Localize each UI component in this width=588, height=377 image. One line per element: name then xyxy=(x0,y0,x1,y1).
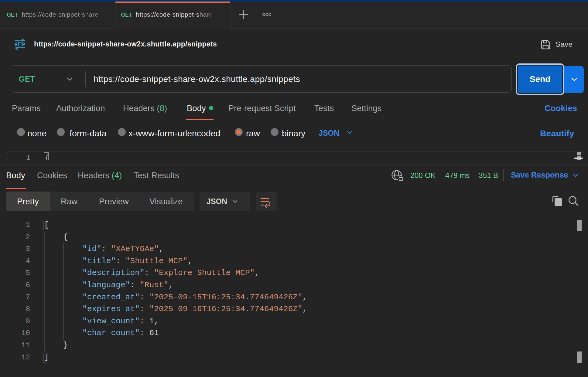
svg-text:HTTP: HTTP xyxy=(15,42,25,48)
